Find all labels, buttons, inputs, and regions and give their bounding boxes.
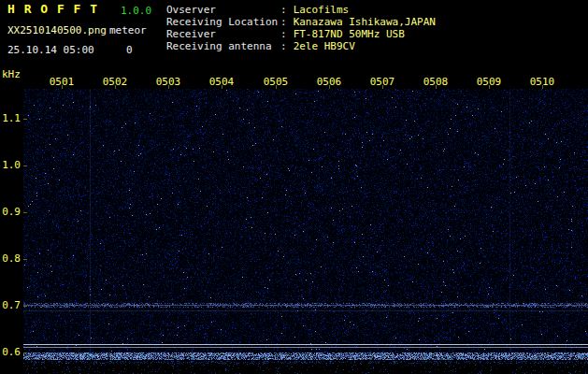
info-value: FT-817ND 50MHz USB xyxy=(287,28,405,40)
time-tick xyxy=(436,85,437,89)
info-separator: : xyxy=(280,16,287,28)
app-title: H R O F F T xyxy=(7,4,98,15)
freq-tick xyxy=(23,259,27,260)
time-tick xyxy=(542,85,543,89)
app-version: 1.0.0 xyxy=(121,6,151,17)
freq-label: 1.0 xyxy=(0,160,21,171)
info-separator: : xyxy=(280,4,287,16)
freq-label: 0.9 xyxy=(0,207,21,218)
freq-tick xyxy=(23,212,27,213)
info-label: Receiving Location xyxy=(166,16,280,28)
time-tick xyxy=(62,85,63,89)
time-tick xyxy=(382,85,383,89)
freq-label: 0.8 xyxy=(0,253,21,265)
freq-axis-unit: kHz xyxy=(2,69,21,80)
freq-label: 0.6 xyxy=(0,347,21,358)
time-tick xyxy=(222,85,222,89)
freq-label: 1.1 xyxy=(0,113,21,124)
info-value: Lacofilms xyxy=(287,4,350,16)
freq-tick xyxy=(23,352,27,353)
observation-datetime: 25.10.14 05:00 xyxy=(7,45,94,56)
output-filename: XX2510140500.png xyxy=(7,25,107,36)
time-tick xyxy=(276,85,277,89)
info-value: 2ele HB9CV xyxy=(287,40,355,52)
info-row-receiver: Receiver:FT-817ND 50MHz USB xyxy=(166,28,436,40)
time-tick xyxy=(329,85,330,89)
spectrogram-canvas xyxy=(23,89,588,360)
freq-label: 0.7 xyxy=(0,300,21,311)
time-tick xyxy=(115,85,116,89)
time-tick xyxy=(489,85,490,89)
info-label: Ovserver xyxy=(166,4,280,16)
info-separator: : xyxy=(280,28,287,40)
echo-count: 0 xyxy=(126,45,133,56)
info-row-location: Receiving Location:Kanazawa Ishikawa,JAP… xyxy=(166,16,436,28)
info-label: Receiver xyxy=(166,28,280,40)
info-value: Kanazawa Ishikawa,JAPAN xyxy=(287,16,436,28)
freq-tick xyxy=(23,119,27,120)
level-strip-canvas xyxy=(23,361,588,374)
freq-tick xyxy=(23,165,27,166)
station-info: Ovserver:Lacofilms Receiving Location:Ka… xyxy=(166,4,436,52)
info-separator: : xyxy=(280,40,287,52)
time-tick xyxy=(168,85,169,89)
info-label: Receiving antenna xyxy=(166,40,280,52)
info-row-antenna: Receiving antenna:2ele HB9CV xyxy=(166,40,436,52)
mode-label: meteor xyxy=(109,25,147,36)
info-row-observer: Ovserver:Lacofilms xyxy=(166,4,436,16)
freq-tick xyxy=(23,306,27,307)
hrofft-window: H R O F F T 1.0.0 XX2510140500.png meteo… xyxy=(0,0,588,374)
